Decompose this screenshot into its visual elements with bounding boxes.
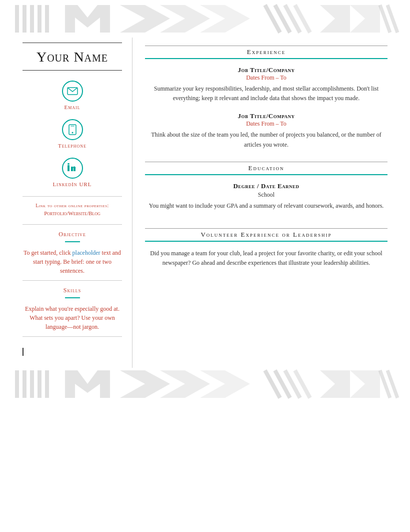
svg-marker-6 xyxy=(120,5,170,33)
skills-heading: Skills xyxy=(22,287,122,294)
text-cursor xyxy=(22,348,24,356)
education-top-line xyxy=(145,162,388,162)
svg-marker-37 xyxy=(320,370,350,398)
sidebar-mid-line xyxy=(22,70,122,71)
degree-1: Degree / Date Earned xyxy=(145,182,388,190)
sidebar: Your Name Email xyxy=(15,38,132,368)
svg-marker-13 xyxy=(320,5,350,33)
svg-marker-29 xyxy=(65,370,110,398)
job-dates-1: Dates From – To xyxy=(145,74,388,82)
job-dates-2: Dates From – To xyxy=(145,120,388,128)
svg-marker-30 xyxy=(120,370,170,398)
sidebar-divider-4 xyxy=(22,336,122,337)
spacer xyxy=(145,218,388,225)
svg-rect-0 xyxy=(15,5,19,33)
sidebar-divider-2 xyxy=(22,224,122,225)
linkedin-icon xyxy=(62,158,83,179)
volunteer-section-header: Volunteer Experience or Leadership xyxy=(145,225,388,242)
svg-rect-22 xyxy=(68,163,70,165)
school-1: School xyxy=(145,191,388,199)
objective-heading: Objective xyxy=(22,231,122,238)
job-entry-1: Job Title/Company Dates From – To Summar… xyxy=(145,66,388,103)
skills-underline xyxy=(65,297,80,298)
skills-text: Explain what you're especially good at. … xyxy=(22,304,122,331)
svg-rect-3 xyxy=(38,5,42,33)
job-entry-2: Job Title/Company Dates From – To Think … xyxy=(145,112,388,149)
volunteer-desc-1: Did you manage a team for your club, lea… xyxy=(145,249,388,268)
sidebar-divider-1 xyxy=(22,196,122,197)
job-desc-1: Summarize your key responsibilities, lea… xyxy=(145,84,388,103)
job-title-2: Job Title/Company xyxy=(145,112,388,120)
svg-marker-38 xyxy=(350,370,380,398)
svg-rect-24 xyxy=(15,370,19,398)
online-properties-label: Link to other online properties: xyxy=(22,203,122,208)
education-section-header: Education xyxy=(145,159,388,175)
candidate-name: Your Name xyxy=(22,49,122,65)
education-entry-1: Degree / Date Earned School You might wa… xyxy=(145,182,388,211)
header-banner xyxy=(0,0,410,38)
svg-rect-4 xyxy=(45,5,49,33)
svg-rect-19 xyxy=(70,126,74,127)
contact-linkedin: LinkedIn URL xyxy=(22,158,122,187)
svg-point-20 xyxy=(72,132,73,134)
linkedin-label: LinkedIn URL xyxy=(53,181,92,187)
svg-rect-2 xyxy=(30,5,34,33)
contact-telephone: Telephone xyxy=(22,119,122,149)
email-icon xyxy=(62,81,83,102)
svg-rect-23 xyxy=(71,167,73,171)
job-title-1: Job Title/Company xyxy=(145,66,388,74)
telephone-label: Telephone xyxy=(58,143,86,149)
resume-page: Your Name Email xyxy=(0,0,410,532)
placeholder-highlight: placeholder xyxy=(72,249,100,256)
job-desc-2: Think about the size of the team you led… xyxy=(145,130,388,149)
svg-marker-5 xyxy=(65,5,110,33)
volunteer-title: Volunteer Experience or Leadership xyxy=(145,231,388,239)
objective-text: To get started, click placeholder text a… xyxy=(22,248,122,275)
contact-email: Email xyxy=(22,81,122,110)
volunteer-top-line xyxy=(145,228,388,229)
right-content: Experience Job Title/Company Dates From … xyxy=(132,38,395,368)
sidebar-top-line xyxy=(22,43,122,43)
main-content-area: Your Name Email xyxy=(0,38,410,368)
svg-rect-25 xyxy=(22,370,26,398)
telephone-icon xyxy=(62,119,83,140)
svg-marker-14 xyxy=(350,5,380,33)
education-title: Education xyxy=(145,164,388,172)
svg-rect-27 xyxy=(38,370,42,398)
experience-section-header: Experience xyxy=(145,43,388,59)
svg-rect-1 xyxy=(22,5,26,33)
experience-title: Experience xyxy=(145,48,388,56)
svg-rect-21 xyxy=(68,165,70,171)
edu-desc-1: You might want to include your GPA and a… xyxy=(145,201,388,211)
svg-rect-28 xyxy=(45,370,49,398)
experience-top-line xyxy=(145,46,388,46)
footer-banner xyxy=(0,368,410,400)
email-label: Email xyxy=(64,104,80,110)
objective-underline xyxy=(65,241,80,242)
portfolio-link: Portfolio/Website/Blog xyxy=(22,210,122,216)
svg-rect-26 xyxy=(30,370,34,398)
sidebar-divider-3 xyxy=(22,280,122,281)
